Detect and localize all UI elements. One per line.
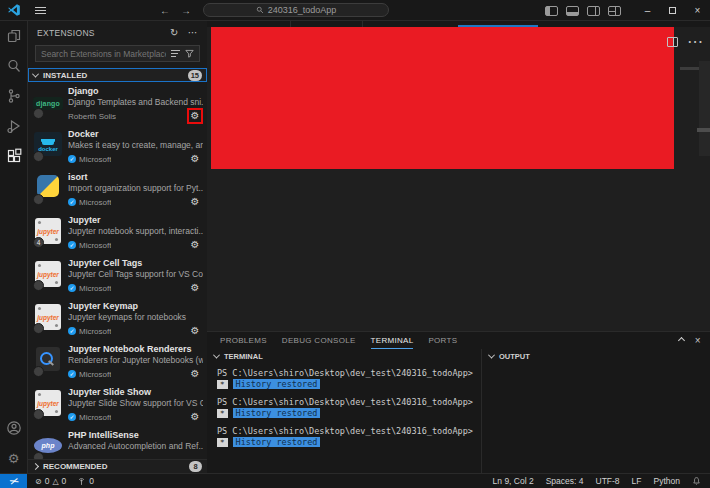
remote-indicator[interactable]: >< [0,474,27,488]
terminal-section-label: TERMINAL [224,352,263,361]
language-mode[interactable]: Python [654,476,680,486]
terminal-prompt-line: PS C:\Users\shiro\Desktop\dev_test\24031… [217,397,481,408]
extension-publisher: Microsoft [79,198,111,207]
filter-funnel-icon[interactable] [185,49,194,58]
indentation[interactable]: Spaces: 4 [546,476,584,486]
minimize-button[interactable]: – [635,0,660,21]
verified-publisher-icon: ✓ [68,284,76,292]
extension-manage-button[interactable]: ⚙ [187,194,203,210]
toggle-sidebar-icon[interactable] [545,6,558,16]
extension-pack-count-badge: 4 [33,237,44,248]
account-icon[interactable] [0,413,28,443]
extension-publisher: Roberth Solis [68,112,116,121]
more-actions-icon[interactable]: ⋯ [188,27,198,38]
gear-icon: ⚙ [191,369,200,379]
run-debug-icon[interactable] [0,111,28,141]
panel-tab[interactable]: PORTS [428,332,457,349]
editor-scrollbar[interactable] [699,61,710,156]
extension-icon: jupyter 4 [28,215,68,254]
toggle-secondary-sidebar-icon[interactable] [587,6,600,16]
settings-gear-icon[interactable]: ⚙ [0,443,28,473]
terminal-content[interactable]: PS C:\Users\shiro\Desktop\dev_test\24031… [207,363,481,473]
gear-icon: ⚙ [191,326,200,336]
extension-list-item[interactable]: isort Import organization support for Py… [28,168,207,211]
search-view-icon[interactable] [0,51,28,81]
extension-publisher: Microsoft [79,241,111,250]
panel-tab[interactable]: TERMINAL [371,332,414,349]
terminal-output-group: PS C:\Users\shiro\Desktop\dev_test\24031… [217,426,481,448]
extension-manage-button[interactable]: ⚙ [187,280,203,296]
extension-description: Jupyter keymaps for notebooks [68,312,203,322]
editor-more-actions-icon[interactable]: ⋯ [687,32,703,51]
extension-icon: jupyter [28,301,68,340]
panel-tab[interactable]: DEBUG CONSOLE [282,332,356,349]
maximize-button[interactable] [660,0,685,21]
sort-lines-icon[interactable] [171,50,180,57]
extension-manage-button[interactable]: ⚙ [187,108,203,124]
verified-publisher-icon: ✓ [68,155,76,163]
output-content[interactable] [482,363,710,473]
extension-manage-button[interactable]: ⚙ [187,237,203,253]
toggle-panel-icon[interactable] [566,6,579,16]
extension-pack-count-badge [33,409,44,420]
chevron-down-icon [213,351,220,358]
panel-tab[interactable]: PROBLEMS [220,332,267,349]
split-editor-icon[interactable] [667,37,678,47]
extension-list-item[interactable]: jupyter Jupyter Slide Show Jupyter Slide… [28,383,207,426]
terminal-marker: * [217,380,228,389]
installed-section-header[interactable]: INSTALLED 15 [28,68,207,82]
forward-icon[interactable]: → [181,5,191,16]
extension-manage-button[interactable]: ⚙ [187,151,203,167]
cursor-position[interactable]: Ln 9, Col 2 [493,476,534,486]
extensions-view-icon[interactable] [0,141,28,171]
extension-list-item[interactable]: php PHP IntelliSense Advanced Autocomple… [28,426,207,459]
chevron-down-icon [488,351,495,358]
verified-publisher-icon: ✓ [68,198,76,206]
extension-pack-count-badge [33,452,44,459]
command-center-search[interactable]: 240316_todoApp [203,3,389,17]
extension-pack-count-badge [33,194,44,205]
extension-list-item[interactable]: jupyter Jupyter Cell Tags Jupyter Cell T… [28,254,207,297]
customize-layout-icon[interactable] [608,6,621,16]
extension-list-item[interactable]: docker Docker Makes it easy to create, m… [28,125,207,168]
terminal-output-group: PS C:\Users\shiro\Desktop\dev_test\24031… [217,397,481,419]
extension-list-item[interactable]: jupyter 4 Jupyter Jupyter notebook suppo… [28,211,207,254]
encoding[interactable]: UTF-8 [596,476,620,486]
minimap-slider[interactable] [697,128,710,132]
extension-list-item[interactable]: jupyter Jupyter Keymap Jupyter keymaps f… [28,297,207,340]
recommended-count-badge: 8 [189,461,202,472]
verified-publisher-icon: ✓ [68,327,76,335]
terminal-prompt-line: PS C:\Users\shiro\Desktop\dev_test\24031… [217,368,481,379]
panel-close-icon[interactable]: × [695,336,701,346]
refresh-icon[interactable]: ↻ [170,27,179,38]
extension-pack-count-badge [33,280,44,291]
menu-icon[interactable] [33,3,47,17]
ports-status[interactable]: 0 [77,476,94,486]
extension-manage-button[interactable]: ⚙ [187,366,203,382]
extension-list-item[interactable]: Jupyter Notebook Renderers Renderers for… [28,340,207,383]
extension-name: Jupyter Notebook Renderers [68,344,203,355]
gear-icon: ⚙ [191,240,200,250]
source-control-icon[interactable] [0,81,28,111]
radio-tower-icon [77,477,86,486]
extension-manage-button[interactable]: ⚙ [187,323,203,339]
history-restored-notice: History restored [233,408,321,418]
back-icon[interactable]: ← [160,5,170,16]
editor-body[interactable]: ⋯ [207,27,710,331]
minimap-content [680,67,699,70]
extension-manage-button[interactable]: ⚙ [187,409,203,425]
close-button[interactable]: × [685,0,710,21]
recommended-section-header[interactable]: RECOMMENDED 8 [28,459,207,473]
gear-icon: ⚙ [191,111,200,121]
extension-list-item[interactable]: django Django Django Templates and Backe… [28,82,207,125]
eol-sequence[interactable]: LF [632,476,642,486]
extensions-search-box[interactable] [35,45,200,62]
notifications-bell-icon[interactable] [692,476,701,486]
problems-status[interactable]: ⊘ 0 △ 0 [35,476,66,486]
panel-maximize-chevron-icon[interactable] [678,337,685,344]
verified-publisher-icon: ✓ [68,413,76,421]
extension-description: Jupyter Cell Tags support for VS Code [68,269,203,279]
output-pane: OUTPUT [481,349,710,473]
explorer-icon[interactable] [0,21,28,51]
extensions-search-input[interactable] [41,49,166,59]
